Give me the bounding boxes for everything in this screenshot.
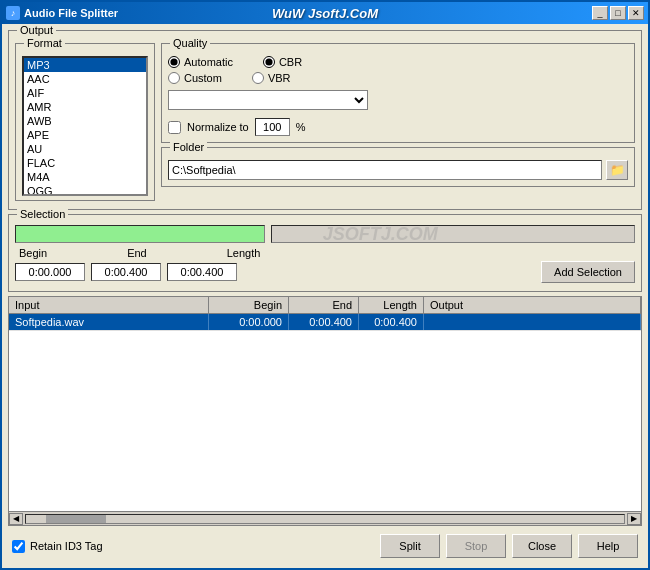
- cell-input: Softpedia.wav: [9, 314, 209, 330]
- selection-slider-row: JSOFTJ.COM: [15, 225, 635, 243]
- window-controls: _ □ ✕: [592, 6, 644, 20]
- format-group-box: Format MP3 AAC AIF AMR AWB APE AU FLAC M…: [15, 43, 155, 201]
- maximize-button[interactable]: □: [610, 6, 626, 20]
- quality-dropdown[interactable]: [168, 90, 368, 110]
- title-center-text: WuW JsoftJ.CoM: [272, 6, 378, 21]
- folder-input[interactable]: [168, 160, 602, 180]
- custom-label: Custom: [184, 72, 222, 84]
- folder-browse-button[interactable]: 📁: [606, 160, 628, 180]
- output-group: Output Format MP3 AAC AIF AMR AWB APE AU: [8, 30, 642, 210]
- main-window: ♪ Audio File Splitter WuW JsoftJ.CoM _ □…: [0, 0, 650, 570]
- cbr-label: CBR: [279, 56, 302, 68]
- quality-group-box: Quality Automatic CBR: [161, 43, 635, 143]
- table-header: Input Begin End Length Output: [9, 297, 641, 314]
- retain-id3-checkbox[interactable]: [12, 540, 25, 553]
- format-item-aac[interactable]: AAC: [24, 72, 146, 86]
- format-item-flac[interactable]: FLAC: [24, 156, 146, 170]
- format-item-m4a[interactable]: M4A: [24, 170, 146, 184]
- custom-radio-item: Custom: [168, 72, 222, 84]
- format-item-mp3[interactable]: MP3: [24, 58, 146, 72]
- selection-labels: Begin End Length: [15, 247, 635, 259]
- cell-end: 0:00.400: [289, 314, 359, 330]
- scrollbar-thumb[interactable]: [46, 515, 106, 523]
- horizontal-scrollbar[interactable]: ◀ ▶: [9, 511, 641, 525]
- folder-label: Folder: [170, 141, 207, 153]
- cell-length: 0:00.400: [359, 314, 424, 330]
- length-time-input[interactable]: [167, 263, 237, 281]
- cell-begin: 0:00.000: [209, 314, 289, 330]
- begin-time-input[interactable]: [15, 263, 85, 281]
- retain-id3-label: Retain ID3 Tag: [30, 540, 103, 552]
- col-input-header: Input: [9, 297, 209, 313]
- stop-button[interactable]: Stop: [446, 534, 506, 558]
- selection-inner: JSOFTJ.COM Begin End Length Add Selectio…: [15, 225, 635, 283]
- bottom-buttons: Split Stop Close Help: [380, 534, 638, 558]
- col-begin-header: Begin: [209, 297, 289, 313]
- automatic-label: Automatic: [184, 56, 233, 68]
- normalize-checkbox[interactable]: [168, 121, 181, 134]
- cbr-radio[interactable]: [263, 56, 275, 68]
- window-body: Output Format MP3 AAC AIF AMR AWB APE AU: [2, 24, 648, 568]
- end-time-input[interactable]: [91, 263, 161, 281]
- selection-slider-gray[interactable]: [271, 225, 635, 243]
- col-length-header: Length: [359, 297, 424, 313]
- vbr-radio-item: VBR: [252, 72, 291, 84]
- selection-slider-green[interactable]: [15, 225, 265, 243]
- vbr-label: VBR: [268, 72, 291, 84]
- col-output-header: Output: [424, 297, 641, 313]
- custom-radio[interactable]: [168, 72, 180, 84]
- output-section: Format MP3 AAC AIF AMR AWB APE AU FLAC M…: [15, 43, 635, 201]
- percent-label: %: [296, 121, 306, 133]
- retain-tag-section: Retain ID3 Tag: [12, 540, 103, 553]
- vbr-radio[interactable]: [252, 72, 264, 84]
- bottom-bar: Retain ID3 Tag Split Stop Close Help: [8, 530, 642, 562]
- quality-label: Quality: [170, 37, 210, 49]
- output-label: Output: [17, 24, 56, 36]
- selection-group-box: Selection JSOFTJ.COM Begin End Length: [8, 214, 642, 292]
- length-label: Length: [227, 247, 261, 259]
- table-row[interactable]: Softpedia.wav 0:00.000 0:00.400 0:00.400: [9, 314, 641, 331]
- cell-output: [424, 314, 641, 330]
- scroll-right-button[interactable]: ▶: [627, 513, 641, 525]
- table-body: Softpedia.wav 0:00.000 0:00.400 0:00.400: [9, 314, 641, 511]
- scroll-left-button[interactable]: ◀: [9, 513, 23, 525]
- begin-label: Begin: [19, 247, 47, 259]
- selection-label: Selection: [17, 208, 68, 220]
- close-button-footer[interactable]: Close: [512, 534, 572, 558]
- add-selection-button[interactable]: Add Selection: [541, 261, 635, 283]
- file-table: Input Begin End Length Output Softpedia.…: [8, 296, 642, 526]
- col-end-header: End: [289, 297, 359, 313]
- format-label: Format: [24, 37, 65, 49]
- title-bar: ♪ Audio File Splitter WuW JsoftJ.CoM _ □…: [2, 2, 648, 24]
- folder-row: 📁: [168, 160, 628, 180]
- app-icon: ♪: [6, 6, 20, 20]
- scrollbar-track[interactable]: [25, 514, 625, 524]
- title-bar-left: ♪ Audio File Splitter: [6, 6, 118, 20]
- quality-dropdown-row: [168, 90, 628, 110]
- minimize-button[interactable]: _: [592, 6, 608, 20]
- window-title: Audio File Splitter: [24, 7, 118, 19]
- cbr-radio-item: CBR: [263, 56, 302, 68]
- format-item-amr[interactable]: AMR: [24, 100, 146, 114]
- quality-radio-row2: Custom VBR: [168, 72, 628, 84]
- folder-group-box: Folder 📁: [161, 147, 635, 187]
- automatic-radio-item: Automatic: [168, 56, 233, 68]
- quality-radio-row1: Automatic CBR: [168, 56, 628, 68]
- help-button[interactable]: Help: [578, 534, 638, 558]
- format-item-ogg[interactable]: OGG: [24, 184, 146, 196]
- format-section: Format MP3 AAC AIF AMR AWB APE AU FLAC M…: [15, 43, 155, 201]
- format-list[interactable]: MP3 AAC AIF AMR AWB APE AU FLAC M4A OGG …: [22, 56, 148, 196]
- split-button[interactable]: Split: [380, 534, 440, 558]
- normalize-input[interactable]: 100: [255, 118, 290, 136]
- normalize-label: Normalize to: [187, 121, 249, 133]
- end-label: End: [127, 247, 147, 259]
- format-item-au[interactable]: AU: [24, 142, 146, 156]
- format-item-awb[interactable]: AWB: [24, 114, 146, 128]
- normalize-row: Normalize to 100 %: [168, 118, 628, 136]
- format-item-ape[interactable]: APE: [24, 128, 146, 142]
- automatic-radio[interactable]: [168, 56, 180, 68]
- close-button[interactable]: ✕: [628, 6, 644, 20]
- format-item-aif[interactable]: AIF: [24, 86, 146, 100]
- selection-inputs-row: Add Selection: [15, 261, 635, 283]
